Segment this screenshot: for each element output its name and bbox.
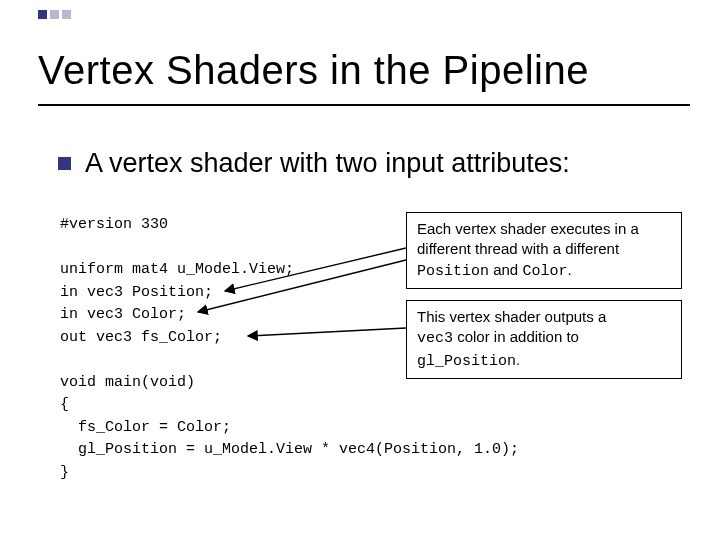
deco-sq bbox=[38, 10, 47, 19]
decorative-squares bbox=[38, 10, 71, 19]
annotation-text: different thread with a different bbox=[417, 240, 619, 257]
annotation-text: color in addition to bbox=[453, 328, 579, 345]
code-line: fs_Color = Color; bbox=[60, 419, 231, 436]
code-line: } bbox=[60, 464, 69, 481]
annotation-code: vec3 bbox=[417, 330, 453, 347]
code-line: in vec3 Color; bbox=[60, 306, 186, 323]
annotation-box-2: This vertex shader outputs a vec3 color … bbox=[406, 300, 682, 379]
annotation-text: . bbox=[567, 261, 571, 278]
annotation-text: This vertex shader outputs a bbox=[417, 308, 606, 325]
code-line: uniform mat4 u_Model.View; bbox=[60, 261, 294, 278]
title-divider bbox=[38, 104, 690, 106]
annotation-text: . bbox=[516, 351, 520, 368]
code-line: gl_Position = u_Model.View * vec4(Positi… bbox=[60, 441, 519, 458]
annotation-text: Each vertex shader executes in a bbox=[417, 220, 639, 237]
annotation-code: gl_Position bbox=[417, 353, 516, 370]
annotation-text: and bbox=[489, 261, 522, 278]
code-line: void main(void) bbox=[60, 374, 195, 391]
slide-title: Vertex Shaders in the Pipeline bbox=[38, 48, 589, 93]
code-line: { bbox=[60, 396, 69, 413]
bullet-icon bbox=[58, 157, 71, 170]
code-line: out vec3 fs_Color; bbox=[60, 329, 222, 346]
deco-sq bbox=[62, 10, 71, 19]
deco-sq bbox=[50, 10, 59, 19]
annotation-code: Position bbox=[417, 263, 489, 280]
code-line: in vec3 Position; bbox=[60, 284, 213, 301]
bullet-text: A vertex shader with two input attribute… bbox=[85, 148, 570, 179]
bullet-item: A vertex shader with two input attribute… bbox=[58, 148, 570, 179]
annotation-code: Color bbox=[522, 263, 567, 280]
code-line: #version 330 bbox=[60, 216, 168, 233]
annotation-box-1: Each vertex shader executes in a differe… bbox=[406, 212, 682, 289]
